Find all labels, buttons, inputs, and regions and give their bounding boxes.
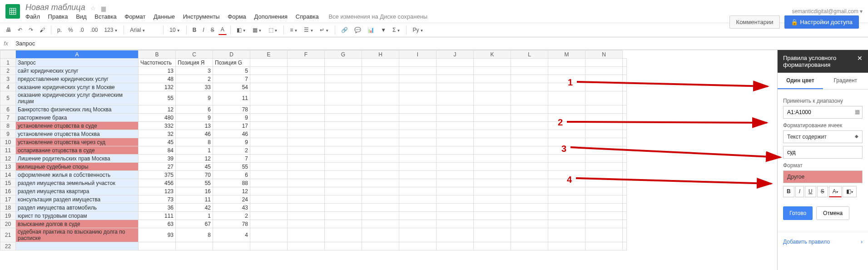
cell[interactable] [325,187,362,195]
cell[interactable] [623,105,627,114]
cell[interactable] [548,163,585,171]
cell[interactable] [548,242,585,250]
cell[interactable] [250,187,288,195]
tab-single-color[interactable]: Один цвет [778,73,823,89]
cell[interactable] [548,187,585,195]
cell[interactable] [548,220,585,228]
cell[interactable]: 36 [139,204,176,212]
cell[interactable]: 5 [213,67,250,75]
cell[interactable] [325,75,362,83]
cell[interactable]: 63 [139,220,176,228]
input-lang[interactable]: Ру▼ [410,25,426,35]
cell[interactable] [623,163,627,171]
cell[interactable] [362,114,399,122]
cell[interactable] [362,67,399,75]
cell[interactable] [585,163,623,171]
paint-format-icon[interactable]: 🖌 [37,25,47,35]
cell[interactable] [288,163,325,171]
cell[interactable] [288,91,325,105]
cell[interactable]: 6 [176,105,213,114]
cell[interactable] [474,242,511,250]
format-fill-color[interactable]: ◧▾ [843,186,857,197]
cell[interactable]: 6 [213,171,250,179]
cell[interactable] [474,155,511,163]
cell[interactable] [288,220,325,228]
cell[interactable] [474,75,511,83]
cell[interactable] [325,204,362,212]
cell[interactable] [436,155,474,163]
share-button[interactable]: 🔒Настройки доступа [784,15,859,29]
cell[interactable]: раздел имущества земельный участок [16,179,139,187]
row-header[interactable]: 11 [0,146,16,155]
cell[interactable] [325,212,362,220]
format-bold[interactable]: B [783,186,794,197]
cell[interactable] [511,138,548,146]
cell[interactable]: 32 [139,130,176,138]
cell[interactable] [250,59,288,67]
borders-icon[interactable]: ▦▼ [250,25,264,35]
cell[interactable]: 1 [176,212,213,220]
cell[interactable] [325,220,362,228]
range-input[interactable] [783,106,863,119]
cell[interactable] [325,228,362,242]
cell[interactable] [511,187,548,195]
cell[interactable] [436,138,474,146]
cell[interactable] [474,91,511,105]
cell[interactable] [399,228,436,242]
col-header-D[interactable]: D [213,50,250,59]
cell[interactable] [623,212,627,220]
cell[interactable] [585,130,623,138]
row-header[interactable]: 20 [0,220,16,228]
cell[interactable]: 456 [139,179,176,187]
cell[interactable]: 46 [176,130,213,138]
cell[interactable] [399,146,436,155]
cell[interactable]: 54 [213,83,250,91]
cell[interactable] [436,171,474,179]
cell[interactable] [436,59,474,67]
cell[interactable] [511,130,548,138]
cell[interactable]: 43 [213,204,250,212]
chart-icon[interactable]: 📊 [365,25,377,35]
cell[interactable]: 55 [213,163,250,171]
row-header[interactable]: 10 [0,138,16,146]
corner-header[interactable] [0,50,16,59]
cell[interactable] [250,146,288,155]
cell[interactable] [436,242,474,250]
cell[interactable] [399,204,436,212]
menu-view[interactable]: Вид [76,13,87,20]
cell[interactable] [250,122,288,130]
cell[interactable] [548,228,585,242]
cell[interactable] [325,105,362,114]
cell[interactable] [288,122,325,130]
folder-icon[interactable]: ▆ [101,5,106,12]
italic-button[interactable]: I [200,25,206,35]
cell[interactable]: раздел имущества квартира [16,187,139,195]
row-header[interactable]: 19 [0,212,16,220]
cell[interactable]: 16 [176,187,213,195]
col-header-L[interactable]: L [511,50,548,59]
cell[interactable] [511,242,548,250]
menu-insert[interactable]: Вставка [94,13,116,20]
format-italic[interactable]: I [795,186,804,197]
cell[interactable] [288,228,325,242]
cell[interactable]: 4 [213,228,250,242]
cell[interactable] [511,163,548,171]
cell[interactable] [399,67,436,75]
cell[interactable] [362,171,399,179]
cell[interactable]: 88 [213,179,250,187]
cell[interactable] [250,195,288,204]
row-header[interactable]: 9 [0,130,16,138]
cell[interactable]: 7 [213,75,250,83]
sheets-logo[interactable] [5,4,20,19]
cell[interactable] [250,228,288,242]
cell[interactable]: 13 [139,67,176,75]
cell[interactable]: 9 [213,138,250,146]
cell[interactable] [399,105,436,114]
cell[interactable] [288,105,325,114]
cell[interactable] [325,59,362,67]
font-size[interactable]: 10▼ [167,25,182,35]
cell[interactable] [474,163,511,171]
cell[interactable] [585,212,623,220]
cell[interactable] [436,67,474,75]
col-header-C[interactable]: C [176,50,213,59]
